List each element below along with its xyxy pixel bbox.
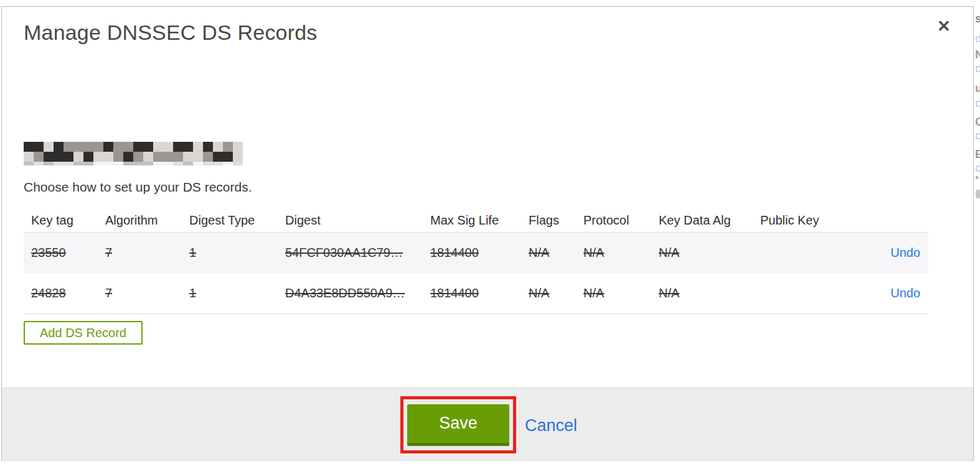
table-row: 23550 7 1 54FCF030AA1C79… 1814400 N/A N/… [24, 233, 928, 274]
manage-dnssec-modal: Manage DNSSEC DS Records ✕ Choose how to… [1, 6, 974, 461]
cell-digest-type: 1 [189, 286, 196, 300]
col-header-flags: Flags [529, 209, 583, 233]
cell-flags: N/A [529, 286, 549, 300]
col-header-key-data-alg: Key Data Alg [659, 209, 760, 233]
cell-max-sig-life: 1814400 [430, 286, 479, 300]
cancel-link[interactable]: Cancel [525, 416, 577, 435]
page-title: Manage DNSSEC DS Records [24, 21, 318, 45]
cell-digest-type: 1 [189, 246, 196, 259]
cell-key-tag: 23550 [31, 246, 66, 259]
undo-link[interactable]: Undo [890, 286, 920, 300]
cell-algorithm: 7 [105, 246, 112, 259]
add-ds-record-button[interactable]: Add DS Record [24, 321, 143, 345]
table-header-row: Key tag Algorithm Digest Type Digest Max… [24, 209, 928, 233]
cell-protocol: N/A [583, 246, 604, 259]
col-header-protocol: Protocol [583, 209, 659, 233]
instruction-text: Choose how to set up your DS records. [24, 180, 252, 195]
background-page-edge: sdNouoCoEo• [976, 0, 980, 464]
save-button[interactable]: Save [407, 404, 509, 446]
col-header-digest-type: Digest Type [189, 209, 285, 233]
cell-key-data-alg: N/A [659, 246, 679, 259]
col-header-digest: Digest [285, 209, 430, 233]
cell-flags: N/A [529, 246, 549, 259]
col-header-actions [857, 209, 928, 233]
undo-link[interactable]: Undo [890, 246, 920, 259]
col-header-algorithm: Algorithm [105, 209, 189, 233]
ds-records-table: Key tag Algorithm Digest Type Digest Max… [24, 209, 928, 314]
redacted-domain-name [24, 142, 243, 165]
cell-algorithm: 7 [105, 286, 112, 300]
cell-key-data-alg: N/A [659, 286, 679, 300]
col-header-max-sig-life: Max Sig Life [430, 209, 529, 233]
cell-digest: D4A33E8DD550A9… [285, 286, 405, 300]
cell-digest: 54FCF030AA1C79… [285, 246, 403, 259]
cell-max-sig-life: 1814400 [430, 246, 479, 259]
close-icon[interactable]: ✕ [933, 16, 954, 37]
col-header-key-tag: Key tag [24, 209, 105, 233]
table-row: 24828 7 1 D4A33E8DD550A9… 1814400 N/A N/… [24, 273, 928, 314]
red-highlight-annotation: Save [400, 396, 516, 453]
cell-key-tag: 24828 [31, 286, 66, 300]
col-header-public-key: Public Key [760, 209, 857, 233]
cell-protocol: N/A [583, 286, 604, 300]
